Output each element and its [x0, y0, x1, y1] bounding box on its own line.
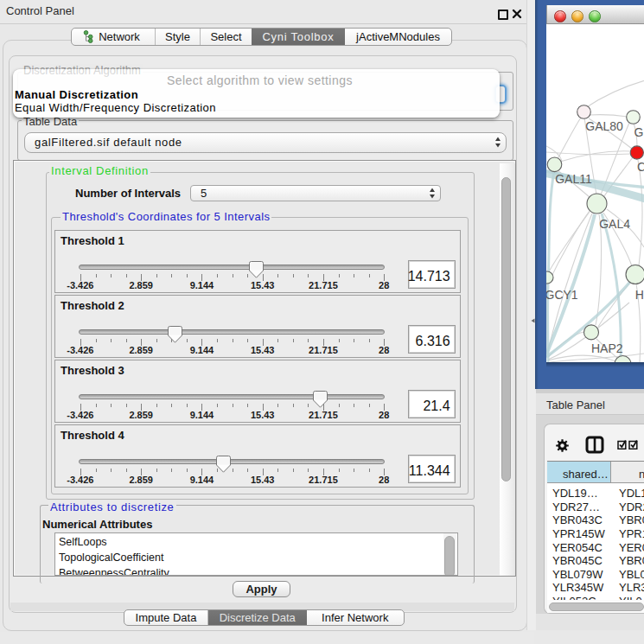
svg-text:GAL4: GAL4	[599, 217, 630, 231]
svg-text:GCY1: GCY1	[546, 288, 578, 302]
svg-text:H: H	[635, 288, 644, 302]
svg-text:GAL11: GAL11	[555, 172, 592, 186]
svg-text:G: G	[634, 125, 644, 139]
svg-text:GAL80: GAL80	[585, 119, 623, 133]
svg-text:C: C	[637, 160, 644, 174]
svg-text:HAP2: HAP2	[591, 341, 623, 355]
